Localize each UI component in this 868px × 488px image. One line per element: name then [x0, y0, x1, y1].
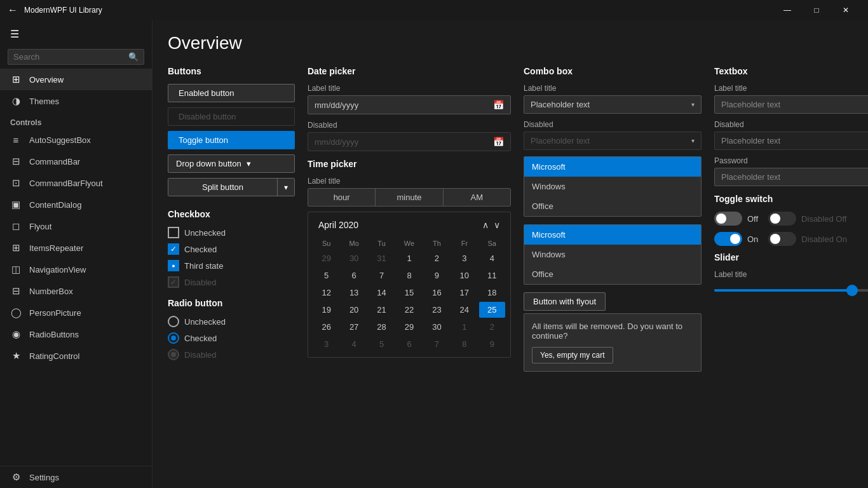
- cal-day[interactable]: 4: [479, 250, 505, 266]
- split-button: Split button ▾: [168, 178, 295, 196]
- close-button[interactable]: ✕: [831, 0, 860, 20]
- sidebar-label: RadioButtons: [29, 330, 79, 339]
- cal-day[interactable]: 3: [451, 250, 477, 266]
- flyout-combo-item-windows[interactable]: Windows: [524, 245, 701, 264]
- sidebar-item-personpicture[interactable]: ◯ PersonPicture: [0, 302, 152, 323]
- slider-track[interactable]: [714, 289, 868, 292]
- cal-day-selected[interactable]: 25: [479, 302, 505, 318]
- main-content: Overview Buttons Enabled button Disabled…: [153, 20, 868, 488]
- checkbox-unchecked[interactable]: Unchecked: [168, 227, 295, 238]
- cal-day[interactable]: 30: [341, 250, 367, 266]
- enabled-button[interactable]: Enabled button: [168, 84, 295, 102]
- cal-day[interactable]: 9: [479, 336, 505, 352]
- textbox-input[interactable]: [714, 95, 868, 114]
- cal-day[interactable]: 10: [451, 268, 477, 283]
- cal-day[interactable]: 6: [396, 336, 422, 352]
- flyout-combo-item-office[interactable]: Office: [524, 264, 701, 284]
- cal-day[interactable]: 28: [369, 319, 395, 335]
- cal-day[interactable]: 19: [313, 302, 339, 318]
- toggle-off-switch[interactable]: [714, 212, 742, 226]
- calendar-prev-button[interactable]: ∧: [482, 220, 489, 230]
- cal-day[interactable]: 2: [424, 250, 450, 266]
- sidebar-item-overview[interactable]: ⊞ Overview: [0, 69, 152, 90]
- flyout-button[interactable]: Button with flyout: [524, 292, 606, 311]
- cal-day[interactable]: 11: [479, 268, 505, 283]
- cal-day[interactable]: 5: [369, 336, 395, 352]
- cal-day[interactable]: 27: [341, 319, 367, 335]
- sidebar-item-commandbar[interactable]: ⊟ CommandBar: [0, 151, 152, 172]
- cal-day[interactable]: 1: [451, 319, 477, 335]
- sidebar-item-commandbarflyout[interactable]: ⊡ CommandBarFlyout: [0, 172, 152, 194]
- combo-item-microsoft[interactable]: Microsoft: [524, 157, 701, 177]
- flyout-combobox-dropdown: Microsoft Windows Office: [524, 224, 702, 285]
- combobox-input[interactable]: Placeholder text ▾: [524, 95, 702, 114]
- password-input[interactable]: [714, 168, 868, 186]
- cal-day[interactable]: 8: [451, 336, 477, 352]
- minute-input[interactable]: minute: [376, 189, 443, 206]
- checkbox-third[interactable]: Third state: [168, 260, 295, 271]
- toggle-button[interactable]: Toggle button: [168, 131, 295, 149]
- checkbox-unchecked-label: Unchecked: [184, 228, 226, 238]
- hour-input[interactable]: hour: [308, 189, 376, 206]
- cal-day[interactable]: 5: [313, 268, 339, 283]
- flyout-combo-item-microsoft[interactable]: Microsoft: [524, 225, 701, 245]
- maximize-button[interactable]: □: [802, 0, 831, 20]
- sidebar-item-contentdialog[interactable]: ▣ ContentDialog: [0, 194, 152, 215]
- cal-day[interactable]: 29: [313, 250, 339, 266]
- cal-day[interactable]: 24: [451, 302, 477, 318]
- toggle-row-1: Off Disabled Off: [714, 212, 868, 226]
- cal-day[interactable]: 4: [341, 336, 367, 352]
- toggle-on-switch[interactable]: [714, 232, 742, 246]
- cal-day[interactable]: 1: [396, 250, 422, 266]
- datepicker-input[interactable]: mm/dd/yyyy 📅: [308, 95, 511, 114]
- cal-day[interactable]: 3: [313, 336, 339, 352]
- split-button-arrow[interactable]: ▾: [278, 179, 294, 196]
- sidebar-item-autosuggest[interactable]: ≡ AutoSuggestBox: [0, 130, 152, 151]
- combo-item-office[interactable]: Office: [524, 196, 701, 216]
- cal-day[interactable]: 7: [369, 268, 395, 283]
- slider-thumb[interactable]: [846, 285, 858, 296]
- sidebar-item-itemsrepeater[interactable]: ⊞ ItemsRepeater: [0, 237, 152, 259]
- sidebar-item-radiobuttons[interactable]: ◉ RadioButtons: [0, 323, 152, 345]
- combo-item-windows[interactable]: Windows: [524, 177, 701, 196]
- split-button-main[interactable]: Split button: [168, 179, 278, 196]
- cal-day[interactable]: 20: [341, 302, 367, 318]
- search-input[interactable]: [13, 52, 128, 62]
- cal-day[interactable]: 2: [479, 319, 505, 335]
- cal-day[interactable]: 21: [369, 302, 395, 318]
- back-button[interactable]: ←: [8, 4, 18, 16]
- cal-day[interactable]: 16: [424, 285, 450, 301]
- cal-day[interactable]: 31: [369, 250, 395, 266]
- cal-day[interactable]: 6: [341, 268, 367, 283]
- cal-day[interactable]: 14: [369, 285, 395, 301]
- search-box[interactable]: 🔍: [8, 49, 144, 65]
- checkbox-checked[interactable]: Checked: [168, 243, 295, 255]
- cal-day[interactable]: 8: [396, 268, 422, 283]
- cal-day[interactable]: 30: [424, 319, 450, 335]
- ampm-input[interactable]: AM: [444, 189, 510, 206]
- hamburger-menu-icon[interactable]: ☰: [0, 23, 152, 45]
- sidebar-item-themes[interactable]: ◑ Themes: [0, 90, 152, 112]
- dropdown-button[interactable]: Drop down button ▾: [168, 154, 295, 173]
- sidebar-item-navigationview[interactable]: ◫ NavigationView: [0, 259, 152, 280]
- radio-unchecked[interactable]: Unchecked: [168, 316, 295, 327]
- cal-day[interactable]: 17: [451, 285, 477, 301]
- cal-day[interactable]: 12: [313, 285, 339, 301]
- sidebar-item-ratingcontrol[interactable]: ★ RatingControl: [0, 345, 152, 367]
- minimize-button[interactable]: —: [773, 0, 802, 20]
- calendar-next-button[interactable]: ∨: [494, 220, 500, 230]
- cal-day[interactable]: 15: [396, 285, 422, 301]
- sidebar-item-numberbox[interactable]: ⊟ NumberBox: [0, 280, 152, 302]
- cal-day[interactable]: 23: [424, 302, 450, 318]
- cal-day[interactable]: 29: [396, 319, 422, 335]
- cal-day[interactable]: 26: [313, 319, 339, 335]
- cal-day[interactable]: 18: [479, 285, 505, 301]
- cal-day[interactable]: 22: [396, 302, 422, 318]
- cal-day[interactable]: 13: [341, 285, 367, 301]
- cal-day[interactable]: 9: [424, 268, 450, 283]
- flyout-action-button[interactable]: Yes, empty my cart: [532, 347, 613, 363]
- sidebar-item-settings[interactable]: ⚙ Settings: [0, 466, 152, 488]
- cal-day[interactable]: 7: [424, 336, 450, 352]
- radio-checked[interactable]: Checked: [168, 332, 295, 344]
- sidebar-item-flyout[interactable]: ◻ Flyout: [0, 215, 152, 237]
